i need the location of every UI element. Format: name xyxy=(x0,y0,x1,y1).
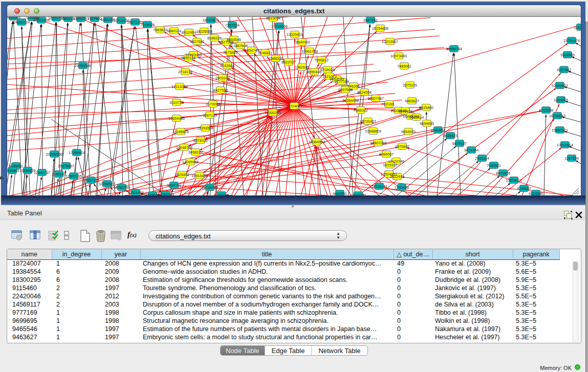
svg-text:1588520: 1588520 xyxy=(269,56,283,61)
svg-text:9890124: 9890124 xyxy=(181,56,195,60)
svg-text:11156829: 11156829 xyxy=(20,168,36,173)
svg-text:3498222: 3498222 xyxy=(188,150,203,155)
svg-text:7663822: 7663822 xyxy=(153,28,167,32)
svg-text:3170063: 3170063 xyxy=(206,102,220,106)
svg-text:1615112: 1615112 xyxy=(383,163,397,167)
svg-text:17957255: 17957255 xyxy=(83,178,99,183)
svg-text:8454749: 8454749 xyxy=(245,48,259,53)
svg-text:15720407: 15720407 xyxy=(360,119,376,124)
svg-text:9860124: 9860124 xyxy=(167,29,181,33)
svg-text:6897568: 6897568 xyxy=(338,87,353,92)
svg-text:9463627: 9463627 xyxy=(405,99,419,103)
svg-text:8990448: 8990448 xyxy=(307,70,321,74)
svg-text:19218506: 19218506 xyxy=(271,24,288,29)
svg-text:9242848: 9242848 xyxy=(220,63,234,68)
svg-text:16961758: 16961758 xyxy=(301,49,318,54)
svg-text:9654923: 9654923 xyxy=(401,129,416,134)
svg-text:3624554: 3624554 xyxy=(357,90,372,95)
svg-text:9084067: 9084067 xyxy=(379,152,394,157)
svg-text:9146821: 9146821 xyxy=(258,51,272,55)
svg-text:12093822: 12093822 xyxy=(552,83,568,88)
svg-text:16648784: 16648784 xyxy=(446,47,462,51)
svg-text:16154808: 16154808 xyxy=(372,26,388,31)
svg-text:18724007: 18724007 xyxy=(286,104,302,108)
svg-text:8813054: 8813054 xyxy=(266,17,280,20)
svg-text:9857791: 9857791 xyxy=(167,183,181,188)
svg-text:15716485: 15716485 xyxy=(202,185,218,190)
svg-text:7625402: 7625402 xyxy=(175,172,189,177)
svg-text:16914479: 16914479 xyxy=(191,173,208,178)
svg-text:7485061: 7485061 xyxy=(397,64,411,69)
svg-text:1244415: 1244415 xyxy=(554,98,568,102)
svg-text:8912954: 8912954 xyxy=(182,30,196,35)
svg-text:2975115: 2975115 xyxy=(403,83,417,87)
svg-text:2867608: 2867608 xyxy=(233,43,248,48)
svg-text:18807249: 18807249 xyxy=(370,141,386,145)
svg-text:19384554: 19384554 xyxy=(309,140,325,144)
svg-text:6479197: 6479197 xyxy=(452,141,467,146)
svg-text:9464551: 9464551 xyxy=(333,191,347,195)
svg-text:6589414: 6589414 xyxy=(409,115,424,120)
svg-text:21053346: 21053346 xyxy=(75,63,91,68)
svg-text:12505135: 12505135 xyxy=(66,174,82,179)
svg-text:10654112: 10654112 xyxy=(506,178,521,183)
svg-text:9148458: 9148458 xyxy=(398,109,412,114)
svg-text:12342737: 12342737 xyxy=(34,170,50,175)
svg-text:8427552: 8427552 xyxy=(213,88,228,93)
svg-text:10653267: 10653267 xyxy=(73,17,89,21)
svg-text:1362615: 1362615 xyxy=(295,65,309,70)
svg-text:39975867: 39975867 xyxy=(58,164,74,168)
svg-text:18300295: 18300295 xyxy=(265,111,281,115)
svg-text:9474444: 9474444 xyxy=(464,148,478,152)
svg-text:2687682: 2687682 xyxy=(363,18,378,23)
svg-text:9227342: 9227342 xyxy=(557,68,571,72)
svg-text:12213383: 12213383 xyxy=(171,84,188,89)
svg-text:62160: 62160 xyxy=(384,102,394,106)
svg-text:8804546: 8804546 xyxy=(227,37,241,42)
svg-text:19654985: 19654985 xyxy=(168,116,185,121)
svg-text:14136141: 14136141 xyxy=(371,184,387,189)
svg-text:16033809: 16033809 xyxy=(203,18,219,23)
svg-text:9324506: 9324506 xyxy=(529,191,543,195)
svg-text:9827500: 9827500 xyxy=(190,39,204,44)
svg-text:1640954: 1640954 xyxy=(431,128,445,133)
svg-text:9329965: 9329965 xyxy=(560,53,575,57)
svg-text:18640910: 18640910 xyxy=(294,40,310,45)
svg-text:6734028: 6734028 xyxy=(320,68,335,72)
svg-text:7632621: 7632621 xyxy=(487,163,501,168)
svg-text:16046798: 16046798 xyxy=(176,145,192,150)
svg-text:9435061: 9435061 xyxy=(9,164,23,168)
svg-text:2718176: 2718176 xyxy=(178,70,192,74)
svg-text:15751074: 15751074 xyxy=(563,38,580,43)
svg-text:7886322: 7886322 xyxy=(354,108,368,113)
svg-text:20206536: 20206536 xyxy=(46,152,62,157)
svg-text:8878332: 8878332 xyxy=(193,138,208,143)
svg-text:10688609: 10688609 xyxy=(365,129,381,134)
svg-text:3915401: 3915401 xyxy=(7,168,19,173)
svg-text:2803144: 2803144 xyxy=(215,76,230,80)
svg-text:2935114: 2935114 xyxy=(475,156,489,161)
svg-text:3267130: 3267130 xyxy=(203,113,217,118)
svg-text:15892971: 15892971 xyxy=(552,128,568,133)
svg-text:12213967: 12213967 xyxy=(382,39,398,44)
svg-text:17016514: 17016514 xyxy=(557,143,573,147)
svg-text:7515526: 7515526 xyxy=(140,23,155,27)
svg-text:16210643: 16210643 xyxy=(549,114,565,118)
svg-text:12353594: 12353594 xyxy=(197,126,213,130)
svg-text:20691406: 20691406 xyxy=(33,18,50,23)
svg-text:24055724: 24055724 xyxy=(13,20,30,25)
svg-text:21364436: 21364436 xyxy=(342,98,359,103)
svg-text:10807487: 10807487 xyxy=(367,96,384,101)
svg-text:1527602: 1527602 xyxy=(88,17,102,21)
svg-text:1112905: 1112905 xyxy=(574,25,581,30)
svg-text:7955812: 7955812 xyxy=(314,58,329,62)
svg-text:9115460: 9115460 xyxy=(419,105,433,110)
svg-text:1167534: 1167534 xyxy=(564,156,578,161)
svg-text:12023446: 12023446 xyxy=(127,190,144,195)
svg-text:1145193: 1145193 xyxy=(52,172,66,177)
svg-text:1010755: 1010755 xyxy=(169,100,184,105)
svg-text:14099468: 14099468 xyxy=(182,160,199,164)
svg-text:10958107: 10958107 xyxy=(99,182,115,186)
svg-text:1975692: 1975692 xyxy=(395,144,409,149)
svg-text:17359924: 17359924 xyxy=(69,150,85,155)
